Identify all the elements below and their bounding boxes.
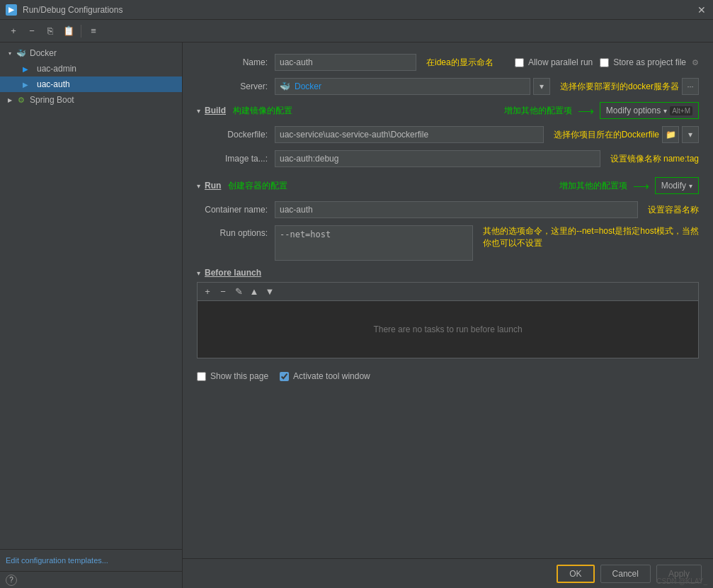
sidebar-footer: ? xyxy=(0,571,182,588)
dockerfile-dropdown-button[interactable]: ▾ xyxy=(682,126,699,143)
edit-templates-link[interactable]: Edit configuration templates... xyxy=(6,556,108,565)
sidebar: ▾ 🐳 Docker ▶ uac-admin ▶ uac-auth ▶ xyxy=(0,43,183,588)
container-name-row: Container name: 设置容器名称 xyxy=(197,201,699,218)
image-tag-field: 设置镜像名称 name:tag xyxy=(275,150,699,167)
before-launch-empty-text: There are no tasks to run before launch xyxy=(373,324,522,334)
run-arrow-right: ⟶ xyxy=(633,179,649,193)
uac-auth-label: uac-auth xyxy=(37,79,70,89)
watermark: CSDN @KLAY_ xyxy=(656,577,707,585)
docker-server-icon: 🐳 xyxy=(280,81,290,91)
modify-run-label: Modify xyxy=(661,181,686,191)
image-tag-input[interactable] xyxy=(275,150,600,167)
build-arrow: ▾ xyxy=(197,107,200,115)
add-config-button[interactable]: + xyxy=(6,23,21,39)
docker-group-icon: 🐳 xyxy=(16,47,27,59)
modify-options-label: Modify options xyxy=(606,106,661,115)
dockerfile-annotation: 选择你项目所在的Dockerfile xyxy=(554,129,659,141)
run-debug-dialog: ▶ Run/Debug Configurations ✕ + − ⎘ 📋 ≡ ▾… xyxy=(0,0,713,588)
modify-run-chevron: ▾ xyxy=(689,182,692,190)
before-launch-remove-button[interactable]: − xyxy=(216,285,230,299)
spring-boot-icon: ⚙ xyxy=(16,94,27,106)
config-tree: ▾ 🐳 Docker ▶ uac-admin ▶ uac-auth ▶ xyxy=(0,43,182,549)
modify-options-shortcut: Alt+M xyxy=(670,106,692,115)
server-label: Server: xyxy=(197,81,275,91)
container-name-field: 设置容器名称 xyxy=(275,201,699,218)
dockerfile-input[interactable] xyxy=(275,126,544,143)
show-page-label: Show this page xyxy=(210,371,268,381)
remove-config-button[interactable]: − xyxy=(24,23,40,39)
help-button[interactable]: ? xyxy=(6,575,17,586)
before-launch-empty: There are no tasks to run before launch xyxy=(198,301,698,358)
run-options-input[interactable]: --net=host xyxy=(275,225,473,261)
show-page-checkbox[interactable] xyxy=(197,372,206,381)
uac-admin-label: uac-admin xyxy=(37,64,76,74)
build-extra-annotation: 增加其他的配置项 xyxy=(504,105,572,117)
uac-auth-icon: ▶ xyxy=(20,79,31,90)
dialog-title: Run/Debug Configurations xyxy=(23,5,696,15)
activate-window-row: Activate tool window xyxy=(280,371,370,381)
config-footer: OK Cancel Apply xyxy=(183,558,713,588)
config-panel: Name: 在idea的显示命名 Allow parallel run Stor xyxy=(183,43,713,588)
dockerfile-field: 选择你项目所在的Dockerfile 📁 ▾ xyxy=(275,126,699,143)
server-row: Server: 🐳 Docker ▾ 选择你要部署到的docker服务器 ··· xyxy=(197,78,699,95)
before-launch-up-button[interactable]: ▲ xyxy=(247,285,261,299)
before-launch-down-button[interactable]: ▼ xyxy=(263,285,277,299)
main-content: ▾ 🐳 Docker ▶ uac-admin ▶ uac-auth ▶ xyxy=(0,43,713,588)
sort-config-button[interactable]: ≡ xyxy=(86,23,101,39)
build-annotation: 构建镜像的配置 xyxy=(233,105,292,117)
before-launch-edit-button[interactable]: ✎ xyxy=(232,285,246,299)
run-options-label: Run options: xyxy=(197,225,275,238)
server-dropdown-button[interactable]: ▾ xyxy=(533,78,550,95)
server-more-button[interactable]: ··· xyxy=(682,78,699,95)
run-extra-annotation: 增加其他的配置项 xyxy=(559,180,627,192)
sidebar-item-docker[interactable]: ▾ 🐳 Docker xyxy=(0,45,182,61)
close-button[interactable]: ✕ xyxy=(696,4,707,16)
build-title: Build xyxy=(205,106,226,115)
run-options-row: Run options: --net=host 其他的选项命令，这里的--net… xyxy=(197,225,699,261)
activate-window-checkbox[interactable] xyxy=(280,372,289,381)
toolbar: + − ⎘ 📋 ≡ xyxy=(0,20,713,43)
store-project-checkbox[interactable] xyxy=(600,58,609,67)
bottom-options: Show this page Activate tool window xyxy=(197,366,699,387)
before-launch-panel: + − ✎ ▲ ▼ There are no tasks to run befo… xyxy=(197,282,699,358)
before-launch-toolbar: + − ✎ ▲ ▼ xyxy=(198,283,698,301)
name-row: Name: 在idea的显示命名 Allow parallel run Stor xyxy=(197,54,699,71)
allow-parallel-checkbox[interactable] xyxy=(515,58,524,67)
sidebar-item-spring-boot[interactable]: ▶ ⚙ Spring Boot xyxy=(0,92,182,108)
container-name-label: Container name: xyxy=(197,205,275,215)
server-select-container: 🐳 Docker xyxy=(275,78,530,95)
before-launch-add-button[interactable]: + xyxy=(200,285,215,299)
ok-button[interactable]: OK xyxy=(557,565,594,583)
dockerfile-label: Dockerfile: xyxy=(197,130,275,140)
store-project-label: Store as project file xyxy=(613,57,686,67)
show-page-row: Show this page xyxy=(197,371,268,381)
allow-parallel-label: Allow parallel run xyxy=(528,57,593,67)
run-annotation: 创建容器的配置 xyxy=(228,180,287,192)
sidebar-item-uac-admin[interactable]: ▶ uac-admin xyxy=(0,61,182,77)
docker-group-label: Docker xyxy=(30,48,57,58)
name-input[interactable] xyxy=(275,54,416,71)
name-row-extras: Allow parallel run Store as project file… xyxy=(515,57,699,67)
uac-admin-icon: ▶ xyxy=(20,63,31,74)
copy-config-button[interactable]: ⎘ xyxy=(42,23,58,39)
modify-options-button[interactable]: Modify options ▾ Alt+M xyxy=(600,102,699,119)
container-name-annotation: 设置容器名称 xyxy=(648,204,699,216)
share-config-button[interactable]: 📋 xyxy=(61,23,76,39)
server-field: 🐳 Docker ▾ 选择你要部署到的docker服务器 ··· xyxy=(275,78,699,95)
dockerfile-row: Dockerfile: 选择你项目所在的Dockerfile 📁 ▾ xyxy=(197,126,699,143)
run-arrow: ▾ xyxy=(197,182,200,190)
build-arrow-right: ⟶ xyxy=(578,104,594,118)
name-label: Name: xyxy=(197,57,275,67)
modify-options-chevron: ▾ xyxy=(663,107,667,115)
container-name-input[interactable] xyxy=(275,201,638,218)
store-project-row: Store as project file ⚙ xyxy=(600,57,699,67)
allow-parallel-row: Allow parallel run xyxy=(515,57,593,67)
image-tag-annotation: 设置镜像名称 name:tag xyxy=(610,153,699,165)
cancel-button[interactable]: Cancel xyxy=(600,565,651,583)
run-section-header: ▾ Run 创建容器的配置 增加其他的配置项 ⟶ Modify ▾ xyxy=(197,177,699,194)
run-options-field: --net=host 其他的选项命令，这里的--net=host是指定host模… xyxy=(275,225,699,261)
run-options-annotation: 其他的选项命令，这里的--net=host是指定host模式，当然 你也可以不设… xyxy=(483,225,699,249)
sidebar-item-uac-auth[interactable]: ▶ uac-auth xyxy=(0,77,182,92)
modify-run-button[interactable]: Modify ▾ xyxy=(655,177,699,194)
dockerfile-folder-button[interactable]: 📁 xyxy=(662,126,679,143)
